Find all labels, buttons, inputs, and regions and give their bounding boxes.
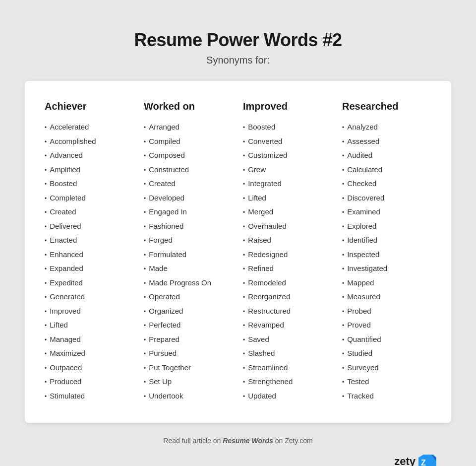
list-item: Expanded [45,262,134,276]
list-item: Quantified [342,333,431,347]
columns-grid: AchieverAcceleratedAccomplishedAdvancedA… [45,101,431,403]
list-item: Constructed [144,163,233,177]
list-item: Delivered [45,219,134,234]
footer-link[interactable]: Resume Words [223,437,273,445]
list-item: Created [45,205,134,219]
zety-icon: Z [418,453,436,466]
list-item: Outpaced [45,361,134,375]
list-item: Created [144,177,233,191]
column-2: ImprovedBoostedConvertedCustomizedGrewIn… [243,101,332,403]
list-item: Mapped [342,276,431,290]
list-item: Managed [45,333,134,347]
list-item: Boosted [45,177,134,191]
list-item: Tested [342,375,431,389]
list-item: Grew [243,163,332,177]
list-item: Investigated [342,262,431,276]
list-item: Compiled [144,134,233,149]
list-item: Fashioned [144,219,233,234]
list-item: Measured [342,290,431,304]
list-item: Revamped [243,318,332,333]
list-item: Studied [342,346,431,361]
list-item: Customized [243,148,332,163]
footer: Read full article on Resume Words on Zet… [25,437,451,466]
list-item: Merged [243,205,332,219]
list-item: Calculated [342,163,431,177]
zety-logo-text: zety [394,455,416,466]
list-item: Operated [144,290,233,304]
column-header-0: Achiever [45,101,134,112]
list-item: Formulated [144,248,233,262]
list-item: Integrated [243,177,332,191]
list-item: Organized [144,304,233,319]
list-item: Expedited [45,276,134,290]
page-subtitle: Synonyms for: [206,55,270,66]
list-item: Identified [342,233,431,248]
list-item: Explored [342,219,431,234]
column-header-2: Improved [243,101,332,112]
list-item: Inspected [342,248,431,262]
list-item: Audited [342,148,431,163]
list-item: Accomplished [45,134,134,149]
list-item: Refined [243,262,332,276]
list-item: Lifted [45,318,134,333]
list-item: Advanced [45,148,134,163]
list-item: Generated [45,290,134,304]
list-item: Remodeled [243,276,332,290]
list-item: Amplified [45,163,134,177]
list-item: Slashed [243,346,332,361]
list-item: Converted [243,134,332,149]
list-item: Saved [243,333,332,347]
main-card: AchieverAcceleratedAccomplishedAdvancedA… [25,81,451,423]
list-item: Maximized [45,346,134,361]
svg-text:Z: Z [421,459,426,466]
list-item: Enacted [45,233,134,248]
column-0: AchieverAcceleratedAccomplishedAdvancedA… [45,101,134,403]
list-item: Accelerated [45,120,134,134]
list-item: Boosted [243,120,332,134]
list-item: Improved [45,304,134,319]
list-item: Arranged [144,120,233,134]
list-item: Made Progress On [144,276,233,290]
footer-text: Read full article on Resume Words on Zet… [163,437,312,445]
column-3: ResearchedAnalyzedAssessedAuditedCalcula… [342,101,431,403]
list-item: Analyzed [342,120,431,134]
list-item: Produced [45,375,134,389]
list-item: Proved [342,318,431,333]
list-item: Overhauled [243,219,332,234]
list-item: Updated [243,389,332,403]
column-1: Worked onArrangedCompiledComposedConstru… [144,101,233,403]
word-list-2: BoostedConvertedCustomizedGrewIntegrated… [243,120,332,403]
list-item: Stimulated [45,389,134,403]
list-item: Raised [243,233,332,248]
list-item: Developed [144,191,233,205]
zety-logo: zety Z [394,453,436,466]
list-item: Forged [144,233,233,248]
list-item: Prepared [144,333,233,347]
list-item: Made [144,262,233,276]
column-header-3: Researched [342,101,431,112]
list-item: Enhanced [45,248,134,262]
word-list-1: ArrangedCompiledComposedConstructedCreat… [144,120,233,403]
list-item: Perfected [144,318,233,333]
list-item: Pursued [144,346,233,361]
list-item: Reorganized [243,290,332,304]
word-list-3: AnalyzedAssessedAuditedCalculatedChecked… [342,120,431,403]
word-list-0: AcceleratedAccomplishedAdvancedAmplified… [45,120,134,403]
list-item: Discovered [342,191,431,205]
list-item: Completed [45,191,134,205]
list-item: Redesigned [243,248,332,262]
list-item: Undertook [144,389,233,403]
list-item: Tracked [342,389,431,403]
list-item: Put Together [144,361,233,375]
list-item: Probed [342,304,431,319]
page-title: Resume Power Words #2 [134,30,342,51]
list-item: Examined [342,205,431,219]
list-item: Assessed [342,134,431,149]
list-item: Streamlined [243,361,332,375]
column-header-1: Worked on [144,101,233,112]
list-item: Set Up [144,375,233,389]
list-item: Lifted [243,191,332,205]
list-item: Restructured [243,304,332,319]
list-item: Strengthened [243,375,332,389]
page-wrapper: Resume Power Words #2 Synonyms for: Achi… [10,10,466,466]
